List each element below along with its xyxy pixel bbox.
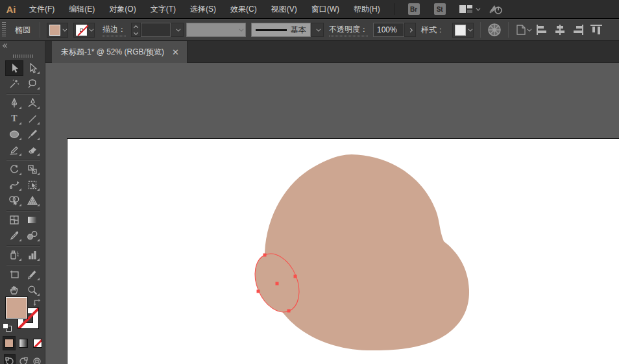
fill-proxy[interactable]: [6, 297, 27, 319]
draw-behind-button[interactable]: [18, 354, 29, 364]
brush-definition-dropdown[interactable]: 基本: [251, 23, 311, 37]
align-left-button[interactable]: [533, 21, 551, 38]
brush-stroke-preview: [256, 29, 287, 31]
stroke-weight-input[interactable]: [141, 23, 171, 37]
brush-definition-chevron[interactable]: [311, 23, 324, 37]
anchor-point[interactable]: [276, 282, 279, 285]
ellipse-tool[interactable]: [5, 127, 23, 142]
align-top-button[interactable]: [587, 21, 605, 38]
stroke-weight-stepper[interactable]: [131, 23, 141, 37]
color-swatch-icon: [5, 339, 14, 348]
scale-tool[interactable]: [23, 162, 42, 177]
menu-object[interactable]: 对象(O): [102, 0, 143, 18]
bridge-button[interactable]: Br: [408, 3, 420, 15]
pencil-tool[interactable]: [5, 142, 23, 158]
opacity-input[interactable]: 100%: [373, 23, 404, 37]
width-tool[interactable]: [5, 177, 23, 193]
width-profile-dropdown: [186, 23, 246, 37]
menu-select[interactable]: 选择(S): [183, 0, 223, 18]
menu-effect[interactable]: 效果(C): [223, 0, 264, 18]
swap-fill-stroke-button[interactable]: [32, 297, 42, 309]
gradient-swatch-icon: [19, 339, 28, 348]
free-transform-tool[interactable]: [23, 177, 42, 193]
direct-selection-tool[interactable]: [23, 60, 42, 76]
menu-view[interactable]: 视图(V): [264, 0, 304, 18]
style-picker[interactable]: [452, 23, 474, 38]
symbol-sprayer-tool[interactable]: [5, 247, 23, 263]
stepper-up-icon[interactable]: [134, 25, 138, 29]
workspace-switcher[interactable]: [459, 5, 479, 14]
hand-tool[interactable]: [5, 282, 23, 298]
anchor-point[interactable]: [287, 309, 291, 313]
draw-normal-button[interactable]: [4, 354, 16, 364]
swap-arrows-icon: [32, 298, 42, 306]
document-tab[interactable]: 未标题-1* @ 52% (RGB/预览) ✕: [52, 41, 188, 63]
stroke-color-picker[interactable]: [73, 23, 95, 38]
line-segment-tool[interactable]: [23, 111, 42, 127]
none-mode-button[interactable]: [31, 336, 44, 350]
align-center-button[interactable]: [551, 21, 569, 38]
anchor-point[interactable]: [263, 254, 267, 257]
control-bar: 椭圆 描边： 基本 不透明度： 100% 样式：: [0, 19, 619, 41]
menu-edit[interactable]: 编辑(E): [62, 0, 102, 18]
panel-grip-icon[interactable]: [2, 22, 6, 38]
paintbrush-tool[interactable]: [23, 127, 42, 142]
recolor-artwork-button[interactable]: [485, 21, 504, 38]
color-wheel-icon: [487, 23, 502, 37]
menu-type[interactable]: 文字(T): [143, 0, 183, 18]
chevron-down-icon[interactable]: [89, 27, 93, 31]
perspective-grid-tool[interactable]: [23, 193, 42, 208]
align-to-selector[interactable]: [513, 21, 533, 38]
stroke-panel-link[interactable]: 描边：: [103, 24, 126, 36]
opacity-expander[interactable]: [404, 23, 416, 37]
fill-color-picker[interactable]: [47, 23, 68, 38]
magic-wand-tool[interactable]: [5, 76, 23, 91]
eyedropper-tool[interactable]: [5, 228, 23, 243]
eraser-tool[interactable]: [23, 142, 42, 158]
shape-builder-tool[interactable]: [5, 193, 23, 208]
menu-window[interactable]: 窗口(W): [304, 0, 346, 18]
gpu-performance-button[interactable]: [485, 1, 506, 18]
rotate-tool[interactable]: [5, 162, 23, 177]
anchor-point[interactable]: [257, 290, 260, 293]
opacity-panel-link[interactable]: 不透明度：: [329, 24, 368, 36]
align-right-button[interactable]: [569, 21, 587, 38]
default-fill-stroke-button[interactable]: [3, 323, 12, 332]
stroke-weight-dropdown[interactable]: [171, 23, 184, 37]
tan-blob-shape[interactable]: [265, 154, 469, 350]
panel-grip-icon[interactable]: [13, 55, 34, 58]
stepper-down-icon[interactable]: [134, 30, 138, 34]
document-tab-title: 未标题-1* @ 52% (RGB/预览): [61, 47, 164, 58]
menu-help[interactable]: 帮助(H): [346, 0, 387, 18]
draw-inside-button[interactable]: [31, 354, 43, 364]
fill-color-swatch[interactable]: [49, 25, 60, 36]
stock-button[interactable]: St: [434, 3, 446, 15]
collapse-panel-button[interactable]: [3, 44, 8, 47]
artboard-tool[interactable]: [5, 267, 23, 282]
type-tool[interactable]: T: [5, 111, 23, 127]
column-graph-tool[interactable]: [23, 247, 42, 263]
slice-tool[interactable]: [23, 267, 42, 282]
anchor-point[interactable]: [294, 275, 297, 278]
blend-tool[interactable]: [23, 228, 42, 243]
gradient-mode-button[interactable]: [17, 336, 30, 350]
stroke-none-swatch[interactable]: [76, 25, 87, 36]
canvas-area[interactable]: [45, 63, 619, 364]
chevron-down-icon[interactable]: [468, 27, 472, 31]
menu-file[interactable]: 文件(F): [22, 0, 62, 18]
zoom-tool[interactable]: [23, 282, 42, 298]
mesh-tool[interactable]: [5, 212, 23, 228]
close-icon[interactable]: ✕: [172, 48, 179, 56]
illustrator-window: Ai 文件(F) 编辑(E) 对象(O) 文字(T) 选择(S) 效果(C) 视…: [0, 0, 619, 364]
align-top-icon: [590, 24, 603, 36]
lasso-tool[interactable]: [23, 76, 42, 91]
pen-tool[interactable]: [5, 95, 23, 111]
align-left-icon: [535, 24, 548, 36]
gradient-tool[interactable]: [23, 212, 42, 228]
curvature-tool[interactable]: [23, 95, 42, 111]
tool-context-label: 椭圆: [15, 25, 30, 36]
style-swatch[interactable]: [455, 25, 466, 36]
chevron-down-icon[interactable]: [62, 27, 67, 31]
selection-tool[interactable]: [5, 60, 23, 76]
color-mode-button[interactable]: [3, 336, 16, 350]
